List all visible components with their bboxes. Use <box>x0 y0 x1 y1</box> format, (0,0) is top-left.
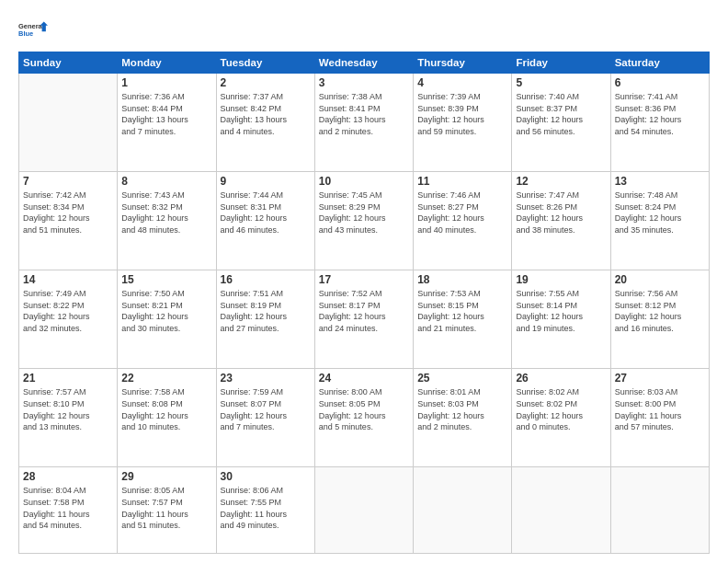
day-number: 14 <box>23 273 113 286</box>
day-number: 12 <box>516 175 606 188</box>
calendar-week-4: 21Sunrise: 7:57 AMSunset: 8:10 PMDayligh… <box>19 369 710 467</box>
day-number: 24 <box>319 372 409 385</box>
calendar-cell: 10Sunrise: 7:45 AMSunset: 8:29 PMDayligh… <box>314 172 413 270</box>
col-header-monday: Monday <box>118 52 216 74</box>
day-number: 9 <box>221 175 311 188</box>
page: General Blue SundayMondayTuesdayWednesda… <box>0 0 728 563</box>
day-number: 18 <box>417 273 507 286</box>
day-info: Sunrise: 7:52 AMSunset: 8:17 PMDaylight:… <box>319 288 409 334</box>
day-info: Sunrise: 7:51 AMSunset: 8:19 PMDaylight:… <box>221 288 311 334</box>
header: General Blue <box>18 15 710 44</box>
calendar-cell: 5Sunrise: 7:40 AMSunset: 8:37 PMDaylight… <box>512 74 610 172</box>
calendar-header-row: SundayMondayTuesdayWednesdayThursdayFrid… <box>19 52 710 74</box>
day-number: 10 <box>319 175 409 188</box>
calendar-week-3: 14Sunrise: 7:49 AMSunset: 8:22 PMDayligh… <box>19 270 710 369</box>
day-number: 15 <box>121 273 211 286</box>
calendar-cell: 22Sunrise: 7:58 AMSunset: 8:08 PMDayligh… <box>118 369 216 467</box>
day-number: 26 <box>516 372 606 385</box>
svg-text:Blue: Blue <box>18 29 33 38</box>
day-number: 13 <box>615 175 705 188</box>
day-info: Sunrise: 7:49 AMSunset: 8:22 PMDaylight:… <box>23 288 113 334</box>
calendar-cell: 8Sunrise: 7:43 AMSunset: 8:32 PMDaylight… <box>118 172 216 270</box>
calendar-cell: 14Sunrise: 7:49 AMSunset: 8:22 PMDayligh… <box>19 270 118 369</box>
col-header-sunday: Sunday <box>19 52 118 74</box>
calendar-cell: 2Sunrise: 7:37 AMSunset: 8:42 PMDaylight… <box>216 74 314 172</box>
day-number: 27 <box>615 372 705 385</box>
day-info: Sunrise: 7:44 AMSunset: 8:31 PMDaylight:… <box>221 190 311 236</box>
day-info: Sunrise: 7:55 AMSunset: 8:14 PMDaylight:… <box>516 288 606 334</box>
calendar-cell: 28Sunrise: 8:04 AMSunset: 7:58 PMDayligh… <box>19 467 118 554</box>
day-info: Sunrise: 7:58 AMSunset: 8:08 PMDaylight:… <box>121 386 211 432</box>
day-info: Sunrise: 8:06 AMSunset: 7:55 PMDaylight:… <box>221 485 311 531</box>
calendar-cell: 19Sunrise: 7:55 AMSunset: 8:14 PMDayligh… <box>512 270 610 369</box>
day-number: 2 <box>221 76 311 89</box>
day-info: Sunrise: 8:01 AMSunset: 8:03 PMDaylight:… <box>417 386 507 432</box>
svg-text:General: General <box>18 22 44 30</box>
day-number: 28 <box>23 470 113 483</box>
calendar-cell <box>512 467 610 554</box>
calendar-cell: 7Sunrise: 7:42 AMSunset: 8:34 PMDaylight… <box>19 172 118 270</box>
calendar-cell: 16Sunrise: 7:51 AMSunset: 8:19 PMDayligh… <box>216 270 314 369</box>
day-number: 23 <box>221 372 311 385</box>
day-info: Sunrise: 7:42 AMSunset: 8:34 PMDaylight:… <box>23 190 113 236</box>
day-info: Sunrise: 7:57 AMSunset: 8:10 PMDaylight:… <box>23 386 113 432</box>
day-info: Sunrise: 7:48 AMSunset: 8:24 PMDaylight:… <box>615 190 705 236</box>
day-number: 4 <box>417 76 507 89</box>
col-header-wednesday: Wednesday <box>314 52 413 74</box>
calendar-cell: 6Sunrise: 7:41 AMSunset: 8:36 PMDaylight… <box>610 74 709 172</box>
day-number: 16 <box>221 273 311 286</box>
calendar-week-2: 7Sunrise: 7:42 AMSunset: 8:34 PMDaylight… <box>19 172 710 270</box>
day-number: 6 <box>615 76 705 89</box>
col-header-friday: Friday <box>512 52 610 74</box>
calendar-cell <box>19 74 118 172</box>
day-number: 29 <box>121 470 211 483</box>
day-info: Sunrise: 7:36 AMSunset: 8:44 PMDaylight:… <box>121 91 211 137</box>
calendar-cell: 1Sunrise: 7:36 AMSunset: 8:44 PMDaylight… <box>118 74 216 172</box>
calendar-table: SundayMondayTuesdayWednesdayThursdayFrid… <box>18 52 710 554</box>
calendar-cell: 25Sunrise: 8:01 AMSunset: 8:03 PMDayligh… <box>414 369 512 467</box>
calendar-cell: 20Sunrise: 7:56 AMSunset: 8:12 PMDayligh… <box>610 270 709 369</box>
day-info: Sunrise: 8:03 AMSunset: 8:00 PMDaylight:… <box>615 386 705 432</box>
day-info: Sunrise: 7:53 AMSunset: 8:15 PMDaylight:… <box>417 288 507 334</box>
calendar-cell: 13Sunrise: 7:48 AMSunset: 8:24 PMDayligh… <box>610 172 709 270</box>
calendar-cell: 15Sunrise: 7:50 AMSunset: 8:21 PMDayligh… <box>118 270 216 369</box>
calendar-cell <box>414 467 512 554</box>
day-number: 25 <box>417 372 507 385</box>
day-number: 11 <box>417 175 507 188</box>
day-info: Sunrise: 7:50 AMSunset: 8:21 PMDaylight:… <box>121 288 211 334</box>
calendar-cell: 18Sunrise: 7:53 AMSunset: 8:15 PMDayligh… <box>414 270 512 369</box>
day-info: Sunrise: 8:05 AMSunset: 7:57 PMDaylight:… <box>121 485 211 531</box>
day-number: 21 <box>23 372 113 385</box>
calendar-week-1: 1Sunrise: 7:36 AMSunset: 8:44 PMDaylight… <box>19 74 710 172</box>
calendar-cell: 3Sunrise: 7:38 AMSunset: 8:41 PMDaylight… <box>314 74 413 172</box>
col-header-thursday: Thursday <box>414 52 512 74</box>
day-info: Sunrise: 7:56 AMSunset: 8:12 PMDaylight:… <box>615 288 705 334</box>
calendar-cell: 30Sunrise: 8:06 AMSunset: 7:55 PMDayligh… <box>216 467 314 554</box>
day-number: 5 <box>516 76 606 89</box>
day-number: 20 <box>615 273 705 286</box>
calendar-cell: 24Sunrise: 8:00 AMSunset: 8:05 PMDayligh… <box>314 369 413 467</box>
day-info: Sunrise: 7:43 AMSunset: 8:32 PMDaylight:… <box>121 190 211 236</box>
day-number: 30 <box>221 470 311 483</box>
day-info: Sunrise: 7:41 AMSunset: 8:36 PMDaylight:… <box>615 91 705 137</box>
day-info: Sunrise: 8:00 AMSunset: 8:05 PMDaylight:… <box>319 386 409 432</box>
day-number: 8 <box>121 175 211 188</box>
day-info: Sunrise: 7:45 AMSunset: 8:29 PMDaylight:… <box>319 190 409 236</box>
day-number: 22 <box>121 372 211 385</box>
day-info: Sunrise: 7:40 AMSunset: 8:37 PMDaylight:… <box>516 91 606 137</box>
day-info: Sunrise: 7:39 AMSunset: 8:39 PMDaylight:… <box>417 91 507 137</box>
day-number: 19 <box>516 273 606 286</box>
calendar-cell: 9Sunrise: 7:44 AMSunset: 8:31 PMDaylight… <box>216 172 314 270</box>
calendar-cell: 11Sunrise: 7:46 AMSunset: 8:27 PMDayligh… <box>414 172 512 270</box>
calendar-cell: 17Sunrise: 7:52 AMSunset: 8:17 PMDayligh… <box>314 270 413 369</box>
day-info: Sunrise: 7:46 AMSunset: 8:27 PMDaylight:… <box>417 190 507 236</box>
calendar-cell: 21Sunrise: 7:57 AMSunset: 8:10 PMDayligh… <box>19 369 118 467</box>
day-number: 7 <box>23 175 113 188</box>
day-info: Sunrise: 7:59 AMSunset: 8:07 PMDaylight:… <box>221 386 311 432</box>
day-info: Sunrise: 7:47 AMSunset: 8:26 PMDaylight:… <box>516 190 606 236</box>
col-header-saturday: Saturday <box>610 52 709 74</box>
calendar-cell: 12Sunrise: 7:47 AMSunset: 8:26 PMDayligh… <box>512 172 610 270</box>
day-info: Sunrise: 7:38 AMSunset: 8:41 PMDaylight:… <box>319 91 409 137</box>
calendar-cell: 4Sunrise: 7:39 AMSunset: 8:39 PMDaylight… <box>414 74 512 172</box>
calendar-cell: 29Sunrise: 8:05 AMSunset: 7:57 PMDayligh… <box>118 467 216 554</box>
